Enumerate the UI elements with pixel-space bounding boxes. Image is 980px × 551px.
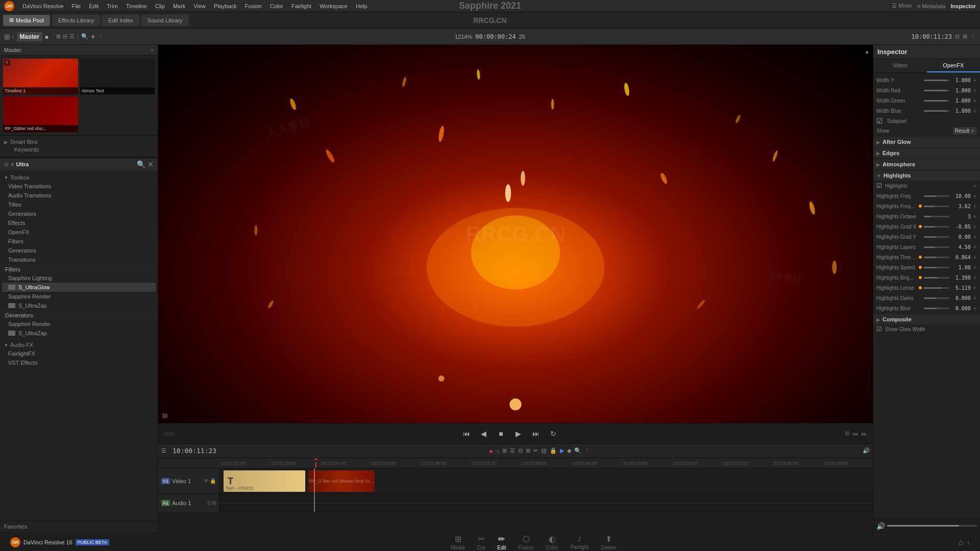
audio-track-body[interactable] (219, 494, 873, 512)
menu-help[interactable]: Help (352, 3, 372, 9)
keywords-item[interactable]: Keywords (4, 145, 154, 154)
param-add-hl-blue[interactable]: + (973, 304, 977, 312)
view-icon-1[interactable]: ⊞ (56, 33, 61, 40)
section-composite[interactable]: ▶ Composite (873, 314, 980, 324)
param-slider-hl-freq[interactable] (924, 195, 949, 197)
show-glow-checkbox[interactable]: ☑ (876, 325, 882, 333)
timeline-prev-icon[interactable]: ◁ (164, 430, 168, 437)
audio-vol-icon[interactable]: 🔊 (876, 522, 885, 530)
tl-tool-7[interactable]: ⛓ (541, 448, 547, 454)
toolbox-titles[interactable]: Titles (2, 200, 156, 209)
tl-tool-5[interactable]: ⊞ (526, 447, 530, 454)
param-add-hl-darks[interactable]: + (973, 294, 977, 302)
param-slider-width-red[interactable] (924, 90, 949, 91)
menu-file[interactable]: File (68, 3, 85, 9)
param-add-hl-grad-x[interactable]: + (973, 222, 977, 231)
tl-tool-11[interactable]: 🔍 (574, 447, 581, 454)
param-add-hl-octave[interactable]: + (973, 212, 977, 220)
param-slider-hl-brightness[interactable] (924, 277, 949, 279)
section-highlights-header[interactable]: ▼ Highlights (873, 170, 980, 181)
clip-glitter-video[interactable]: RP_G liter red shower loop 01... (308, 470, 375, 492)
nav-color[interactable]: ◐ Color (546, 534, 558, 550)
toolbar-more[interactable]: ⋮ (970, 33, 976, 40)
skip-fwd-btn[interactable]: ⏭ (530, 428, 542, 440)
param-add-hl-layers[interactable]: + (973, 243, 977, 251)
toolbar-icon-2[interactable]: ↑ (12, 34, 15, 40)
audio-volume-slider[interactable] (887, 525, 977, 527)
param-add-hl-brightness[interactable]: + (973, 273, 977, 282)
view-icon-2[interactable]: ⊟ (63, 33, 67, 40)
nav-edit[interactable]: ✏ Edit (497, 534, 506, 550)
smart-bins-header[interactable]: ▶ Smart Bins (4, 139, 154, 145)
home-icon[interactable]: ⌂ (959, 538, 963, 546)
param-add-hl-freq[interactable]: + (973, 192, 977, 200)
audio-mute-icon[interactable]: S (207, 500, 211, 506)
tab-sound-library[interactable]: Sound Library (141, 15, 189, 26)
section-after-glow[interactable]: ▶ After Glow (873, 137, 980, 147)
media-thumb-atmos[interactable]: Atmos Text (80, 59, 155, 94)
menu-fairlight[interactable]: Fairlight (287, 3, 315, 9)
param-slider-hl-speed[interactable] (924, 267, 949, 268)
stop-btn[interactable]: ■ (495, 428, 507, 440)
param-slider-width-green[interactable] (924, 100, 949, 102)
tl-tool-6[interactable]: ✏ (533, 447, 538, 454)
metadata-btn[interactable]: ≡ Metadata (917, 3, 945, 9)
menu-view[interactable]: View (189, 3, 210, 9)
tl-tool-12[interactable]: ⋮ (584, 447, 590, 454)
tl-record-icon[interactable]: ● (489, 447, 493, 455)
toolbox-audio-transitions[interactable]: Audio Transitions (2, 191, 156, 200)
nav-cut[interactable]: ✂ Cut (477, 534, 485, 550)
menu-trim[interactable]: Trim (103, 3, 122, 9)
view-icon-5[interactable]: ▼ (90, 34, 96, 40)
param-slider-hl-blue[interactable] (924, 308, 949, 309)
param-slider-hl-octave[interactable] (924, 216, 949, 217)
param-slider-hl-threshold[interactable] (924, 257, 949, 258)
toolbar-right-icon-2[interactable]: ⊞ (963, 33, 967, 40)
gen-s-ultrazap[interactable]: S_UltraZap (2, 329, 156, 338)
menu-mark[interactable]: Mark (169, 3, 189, 9)
tab-edit-index[interactable]: Edit Index (102, 15, 139, 26)
filter-sapphire-render[interactable]: Sapphire Render (2, 292, 156, 301)
upload-icon[interactable]: ↑ (967, 539, 970, 545)
param-add-width-red[interactable]: + (973, 86, 977, 94)
menu-edit[interactable]: Edit (85, 3, 103, 9)
search-toolbox-icon[interactable]: 🔍 (137, 160, 145, 168)
menu-clip[interactable]: Clip (151, 3, 169, 9)
subpixel-check[interactable]: ☑ (876, 117, 883, 125)
tl-tool-9[interactable]: ▶ (560, 447, 564, 454)
media-thumb-timeline[interactable]: T Timeline 1 (3, 59, 78, 94)
clip-atmos-text[interactable]: T Text - ATMOS (224, 470, 305, 492)
menu-workspace[interactable]: Workspace (315, 3, 352, 9)
toolbar-icon-1[interactable]: ⊞ (4, 33, 10, 41)
param-slider-hl-grad-x[interactable] (924, 226, 949, 228)
view-icon-3[interactable]: ☰ (69, 33, 75, 40)
audio-solo-icon[interactable]: M (212, 500, 216, 506)
skip-back-btn[interactable]: ⏮ (460, 428, 473, 440)
media-pool-options[interactable]: ≡ (151, 47, 154, 53)
toolbox-transitions[interactable]: Transitions (2, 255, 156, 264)
toolbox-filters[interactable]: Filters (2, 237, 156, 246)
param-slider-hl-freq-rel[interactable] (924, 206, 949, 207)
tl-tool-2[interactable]: ⊞ (502, 447, 507, 454)
play-back-btn[interactable]: ◀ (478, 428, 490, 440)
media-thumb-glitter[interactable]: RP_Glitter red sho... (3, 96, 78, 132)
param-slider-hl-layers[interactable] (924, 246, 949, 248)
close-toolbox-icon[interactable]: ✕ (148, 160, 154, 168)
tab-media-pool[interactable]: ⊞ Media Pool (3, 15, 50, 26)
tl-tool-10[interactable]: ◆ (567, 447, 571, 454)
nav-fusion[interactable]: ⬡ Fusion (519, 534, 534, 550)
audio-fx-category[interactable]: Audio FX (2, 340, 156, 349)
param-slider-hl-grad-y[interactable] (924, 236, 949, 238)
toolbar-dot[interactable]: ● (44, 33, 48, 41)
inspector-tab-video[interactable]: Video (873, 59, 927, 72)
tab-effects-library[interactable]: Effects Library (52, 15, 100, 26)
tl-tool-8[interactable]: 🔒 (550, 447, 557, 454)
toolbox-category-header[interactable]: Toolbox (2, 172, 156, 182)
tl-tool-3[interactable]: ☰ (510, 447, 515, 454)
tl-tool-1[interactable]: ↕ (497, 448, 500, 454)
tl-tool-4[interactable]: ⊟ (518, 447, 523, 454)
track-vis-icon[interactable]: 👁 (204, 478, 209, 484)
menu-playback[interactable]: Playback (210, 3, 241, 9)
gen-sapphire-render[interactable]: Sapphire Render (2, 319, 156, 329)
show-dropdown[interactable]: Result ▼ (953, 127, 977, 135)
